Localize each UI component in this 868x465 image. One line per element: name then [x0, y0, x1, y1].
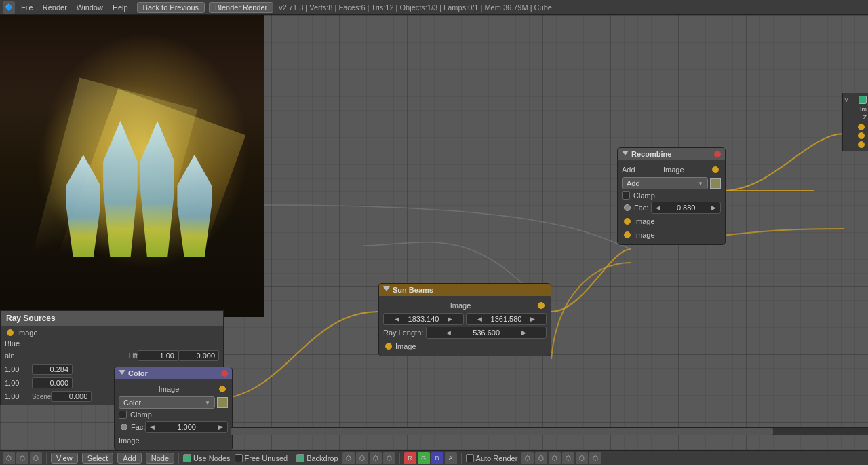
rs-input-4b[interactable]: 0.000: [51, 391, 92, 402]
right-socket-row2: [844, 132, 867, 139]
rs-scene-label: Scene: [32, 393, 51, 401]
color-node-title: Color: [128, 369, 148, 377]
recombine-clamp-checkbox[interactable]: [622, 191, 630, 200]
recombine-image-out-label: Image: [663, 166, 684, 174]
recombine-clamp-label: Clamp: [633, 191, 655, 200]
menu-render[interactable]: Render: [38, 2, 72, 13]
free-unused-checkbox[interactable]: [235, 454, 243, 462]
recombine-body: Add Image Add ▼ Clamp: [618, 160, 725, 244]
sep-5: [461, 453, 462, 464]
backdrop-icon-2[interactable]: ⬡: [356, 452, 368, 464]
color-fac-label: Fac:: [131, 423, 145, 431]
x-arrow-left: ◀: [388, 316, 406, 322]
ray-length-arrow-right: ▶: [506, 329, 542, 336]
rs-input-3b[interactable]: 0.000: [32, 377, 73, 388]
recombine-close-button[interactable]: [714, 151, 721, 157]
sunbeams-y-field[interactable]: ◀ 1361.580 ▶: [466, 313, 547, 325]
select-button[interactable]: Select: [82, 453, 114, 464]
backdrop-icon-4[interactable]: ⬡: [383, 452, 395, 464]
color-dropdown[interactable]: Color ▼: [119, 396, 215, 409]
view-button[interactable]: View: [51, 453, 78, 464]
sunbeams-ray-length-field[interactable]: ◀ 536.600 ▶: [426, 327, 547, 339]
sunbeams-ray-length-value: 536.600: [469, 329, 505, 337]
version-info: v2.71.3 | Verts:8 | Faces:6 | Tris:12 | …: [279, 3, 552, 12]
scrollbar-thumb[interactable]: [231, 428, 773, 435]
sunbeams-collapse-arrow[interactable]: [383, 286, 390, 293]
recombine-fac-field[interactable]: ◀ 0.880 ▶: [651, 202, 721, 214]
color-clamp-checkbox[interactable]: [119, 411, 127, 419]
color-close-button[interactable]: [221, 370, 228, 377]
right-socket-1: [858, 124, 865, 130]
recombine-fac-row: Fac: ◀ 0.880 ▶: [618, 201, 725, 215]
backdrop-icon-1[interactable]: ⬡: [342, 452, 355, 464]
render-icon-5[interactable]: ⬡: [576, 452, 588, 464]
recombine-dropdown-value: Add: [627, 179, 640, 187]
color-dropdown-row: Color ▼: [115, 396, 232, 409]
node-button[interactable]: Node: [146, 453, 174, 464]
menu-file[interactable]: File: [16, 2, 38, 13]
color-collapse-arrow[interactable]: [119, 370, 125, 377]
backdrop-check[interactable]: Backdrop: [296, 454, 338, 462]
sunbeams-xy-row: ◀ 1833.140 ▶ ◀ 1361.580 ▶: [379, 312, 551, 326]
color-fac-value: 1.000: [157, 423, 216, 431]
blender-icon[interactable]: 🔷: [3, 1, 15, 14]
sunbeams-x-value: 1833.140: [408, 315, 439, 323]
color-image-input-row: Image: [115, 434, 232, 447]
ray-sources-header: Ray Sources: [1, 311, 223, 326]
green-channel-icon[interactable]: G: [418, 452, 430, 464]
rs-input-1a[interactable]: 1.00: [138, 350, 178, 361]
alpha-channel-icon[interactable]: A: [445, 452, 457, 464]
menu-bar: File Render Window Help: [16, 2, 133, 13]
backdrop-icon-3[interactable]: ⬡: [370, 452, 382, 464]
add-button[interactable]: Add: [117, 453, 142, 464]
top-menu-bar: 🔷 File Render Window Help Back to Previo…: [0, 0, 868, 15]
recombine-image1-socket: [624, 218, 631, 225]
bottom-icon-1[interactable]: ⬡: [3, 452, 15, 464]
render-icon-4[interactable]: ⬡: [562, 452, 574, 464]
sun-beams-node: Sun Beams Image ◀ 1833.140 ▶ ◀: [378, 283, 551, 356]
render-icon-6[interactable]: ⬡: [589, 452, 601, 464]
use-nodes-check[interactable]: Use Nodes: [183, 454, 230, 462]
rs-input-2b[interactable]: 0.284: [32, 364, 73, 375]
render-icon-3[interactable]: ⬡: [549, 452, 561, 464]
menu-help[interactable]: Help: [108, 2, 133, 13]
color-image-socket: [219, 386, 226, 392]
right-socket-2: [858, 132, 865, 139]
right-z-label: Z: [844, 114, 867, 121]
right-icons: ⬡ ⬡ ⬡ ⬡ ⬡ ⬡: [521, 452, 601, 464]
sunbeams-ray-length-label: Ray Length:: [383, 329, 423, 337]
render-engine-button[interactable]: Blender Render: [209, 2, 273, 13]
free-unused-check[interactable]: Free Unused: [235, 454, 288, 462]
render-viewport: [0, 15, 264, 317]
back-to-previous-button[interactable]: Back to Previous: [137, 2, 205, 13]
render-icon-1[interactable]: ⬡: [521, 452, 534, 464]
recombine-swatch[interactable]: [710, 178, 721, 189]
sunbeams-image-in-label: Image: [395, 342, 416, 350]
sunbeams-y-value: 1361.580: [491, 315, 522, 323]
sunbeams-x-field[interactable]: ◀ 1833.140 ▶: [383, 313, 464, 325]
right-checkbox[interactable]: [859, 96, 867, 104]
recombine-dropdown[interactable]: Add ▼: [622, 177, 708, 189]
bottom-icon-2[interactable]: ⬡: [16, 452, 28, 464]
bottom-left-icons: ⬡ ⬡ ⬡: [3, 452, 42, 464]
recombine-title: Recombine: [631, 150, 671, 158]
bottom-icon-3[interactable]: ⬡: [30, 452, 42, 464]
auto-render-checkbox[interactable]: [466, 454, 474, 462]
rs-input-1b[interactable]: 0.000: [178, 350, 219, 361]
sep-4: [399, 453, 400, 464]
recombine-collapse-arrow[interactable]: [622, 151, 629, 157]
rs-lift-label: Lift: [129, 352, 138, 360]
right-socket-row3: [844, 141, 867, 148]
use-nodes-checkbox[interactable]: [183, 454, 191, 462]
horizontal-scrollbar[interactable]: [231, 427, 868, 435]
menu-window[interactable]: Window: [72, 2, 108, 13]
red-channel-icon[interactable]: R: [404, 452, 416, 464]
free-unused-label: Free Unused: [245, 454, 288, 462]
render-icon-2[interactable]: ⬡: [535, 452, 547, 464]
auto-render-check[interactable]: Auto Render: [466, 454, 518, 462]
node-editor[interactable]: Ray Sources Image Blue ain Lift 1.00 0.0…: [0, 15, 868, 450]
blue-channel-icon[interactable]: B: [431, 452, 443, 464]
backdrop-checkbox[interactable]: [296, 454, 304, 462]
color-swatch[interactable]: [217, 397, 228, 408]
color-fac-field[interactable]: ◀ 1.000 ▶: [145, 421, 228, 433]
